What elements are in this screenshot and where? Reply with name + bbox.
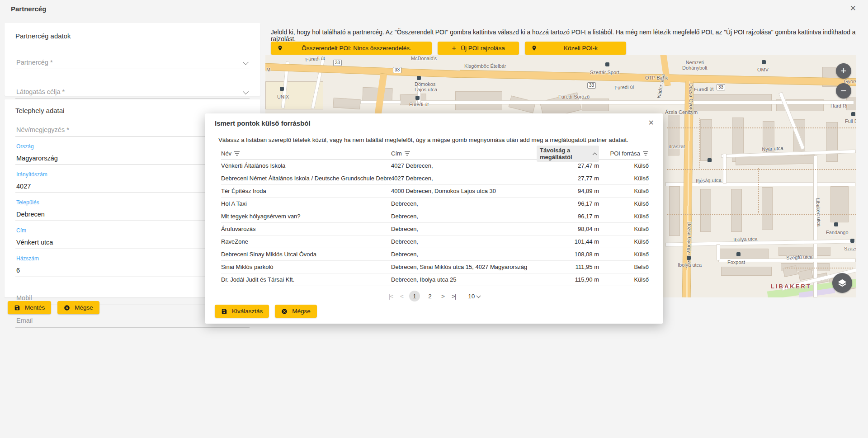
prev-page-button[interactable]: < bbox=[399, 293, 405, 300]
visit-purpose-select[interactable]: Látogatás célja * bbox=[15, 84, 250, 99]
map-toolbar: Összerendelt POI: Nincs összerendelés. +… bbox=[271, 42, 626, 55]
chevron-down-icon bbox=[477, 293, 481, 297]
sort-icon bbox=[643, 151, 649, 156]
select-button[interactable]: Kiválasztás bbox=[215, 305, 269, 318]
bus-icon bbox=[417, 76, 421, 80]
map-instruction: Jelöld ki, hogy hol található a partnerc… bbox=[271, 29, 859, 42]
cancel-icon bbox=[281, 308, 288, 315]
field-value: Vénkert utca bbox=[16, 239, 53, 246]
table-row[interactable]: Debreceni Sinay Miklós Utcai ÓvodaDebrec… bbox=[221, 248, 649, 261]
poi-label-fandango: Fandango bbox=[826, 230, 849, 235]
nearby-poi-label: Közeli POI-k bbox=[542, 45, 620, 52]
cell-name: Debreceni Német Általános Iskola / Deuts… bbox=[221, 175, 391, 182]
street-label-dozsa-gyorgy: Dózsa György bbox=[689, 83, 694, 115]
table-row[interactable]: ÁrufuvarozásDebrecen,98,04 mKülső bbox=[221, 223, 649, 235]
sort-icon bbox=[234, 151, 240, 156]
street-label-ibolya-utca: Ibolya utca bbox=[733, 236, 758, 242]
last-page-button[interactable]: >| bbox=[450, 293, 457, 300]
partner-data-card: Partnercég adatok Partnercég * Látogatás… bbox=[5, 23, 260, 96]
assigned-poi-label: Összerendelt POI: Nincs összerendelés. bbox=[288, 45, 425, 52]
zoom-out-button[interactable]: − bbox=[836, 83, 851, 99]
cell-source: Külső bbox=[599, 226, 649, 232]
save-button[interactable]: Mentés bbox=[8, 301, 51, 314]
cell-address: Debrecen, bbox=[391, 238, 537, 245]
table-row[interactable]: RaveZoneDebrecen,101,44 mKülső bbox=[221, 235, 649, 248]
plus-icon: + bbox=[452, 44, 456, 52]
cell-source: Külső bbox=[599, 188, 649, 194]
map-building bbox=[731, 189, 742, 232]
cancel-button[interactable]: Mégse bbox=[57, 301, 99, 314]
save-icon bbox=[221, 308, 227, 315]
table-row[interactable]: Debreceni Német Általános Iskola / Deuts… bbox=[221, 172, 649, 185]
cell-name: Hol A Taxi bbox=[221, 200, 391, 207]
area-label-libakert: LIBAKERT bbox=[771, 284, 811, 289]
cell-name: Mit tegyek hólyagsérvem van? bbox=[221, 213, 391, 220]
sort-asc-icon bbox=[593, 152, 596, 155]
column-header-address[interactable]: Cím bbox=[391, 150, 537, 157]
partner-select-label: Partnercég * bbox=[16, 59, 53, 66]
cell-name: Vénkerti Általános Iskola bbox=[221, 162, 391, 169]
table-row[interactable]: Dr. Jodál Judit és Társai Kft.Debrecen, … bbox=[221, 273, 649, 286]
assigned-poi-button[interactable]: Összerendelt POI: Nincs összerendelés. bbox=[271, 42, 432, 55]
column-header-distance[interactable]: Távolság a megállástól bbox=[537, 146, 599, 162]
new-poi-button[interactable]: + Új POI rajzolása bbox=[438, 42, 519, 55]
dialog-actions: Kiválasztás Mégse bbox=[215, 305, 317, 318]
cell-address: 4027 Debrecen, bbox=[391, 175, 537, 182]
table-row[interactable]: Hol A TaxiDebrecen,96,17 mKülső bbox=[221, 198, 649, 210]
page-1-button[interactable]: 1 bbox=[409, 291, 420, 301]
close-icon[interactable]: ✕ bbox=[850, 4, 856, 13]
street-label-domokos-lajos: Domokos Lajos utca bbox=[415, 81, 437, 92]
map-path bbox=[758, 168, 759, 213]
first-page-button[interactable]: |< bbox=[387, 293, 394, 300]
cell-source: Külső bbox=[599, 200, 649, 207]
map-road bbox=[665, 239, 855, 246]
street-label-ifjusag-utca: Ifjúság utca bbox=[696, 177, 722, 184]
map-building bbox=[721, 267, 772, 276]
poi-label-mcdonalds: McDonald's bbox=[411, 56, 437, 61]
bus-icon bbox=[415, 96, 420, 100]
cell-distance: 27,77 m bbox=[537, 175, 599, 182]
cell-distance: 94,89 m bbox=[537, 188, 599, 194]
nearby-poi-button[interactable]: Közeli POI-k bbox=[525, 42, 626, 55]
page-2-button[interactable]: 2 bbox=[425, 291, 435, 301]
next-page-button[interactable]: > bbox=[440, 293, 446, 300]
shop-icon bbox=[605, 62, 609, 66]
layers-button[interactable] bbox=[832, 273, 852, 293]
map-path bbox=[667, 169, 856, 170]
column-header-source[interactable]: POI forrása bbox=[599, 150, 649, 157]
street-label-libakert-utca: Libakert utca bbox=[815, 198, 822, 227]
poi-label-m: M bbox=[266, 67, 270, 72]
cell-address: Debrecen, bbox=[391, 251, 537, 258]
new-poi-label: Új POI rajzolása bbox=[461, 45, 505, 52]
column-label: POI forrása bbox=[610, 150, 640, 157]
table-row[interactable]: Mit tegyek hólyagsérvem van?Debrecen,96,… bbox=[221, 210, 649, 223]
field-label: Település bbox=[16, 199, 39, 206]
table-row[interactable]: Tér Építész Iroda4000 Debrecen, Domokos … bbox=[221, 185, 649, 198]
route-shield-33: 33 bbox=[587, 82, 596, 89]
sort-icon bbox=[405, 151, 410, 156]
route-shield-33: 33 bbox=[393, 67, 401, 73]
cell-source: Külső bbox=[599, 251, 649, 258]
poi-label-full-discount: Full Dis bbox=[845, 118, 856, 124]
cell-distance: 27,47 m bbox=[537, 162, 599, 169]
column-header-name[interactable]: Név bbox=[221, 150, 391, 157]
field-placeholder: Név/megjegyzés * bbox=[16, 126, 69, 133]
street-label-szegfu-utca: Szegfű utca bbox=[786, 254, 812, 260]
dialog-cancel-button[interactable]: Mégse bbox=[275, 305, 317, 318]
table-row[interactable]: Sinai Miklós parkolóDebrecen, Sinai Mikl… bbox=[221, 261, 649, 273]
poi-label-hard-rock: Hard Ri bbox=[830, 103, 847, 108]
street-label-furedi-ut: Füredi út bbox=[694, 86, 714, 92]
poi-label-kisgomboc: Kisgömböc Ételbár bbox=[464, 63, 506, 69]
cell-name: Sinai Miklós parkoló bbox=[221, 264, 391, 270]
page-title: Partnercég bbox=[11, 5, 46, 13]
page-size-select[interactable]: 10 bbox=[468, 293, 481, 300]
poi-label-unix: UNIX bbox=[277, 94, 289, 99]
layers-icon bbox=[837, 278, 847, 288]
zoom-in-button[interactable]: + bbox=[836, 63, 851, 79]
dialog-close-icon[interactable]: ✕ bbox=[648, 118, 654, 127]
partner-select[interactable]: Partnercég * bbox=[15, 55, 250, 69]
fuel-icon bbox=[762, 60, 766, 64]
cell-source: Külső bbox=[599, 162, 649, 169]
cell-address: Debrecen, Ibolya utca 25 bbox=[391, 276, 537, 283]
poi-label-omv: OMV bbox=[757, 67, 769, 72]
